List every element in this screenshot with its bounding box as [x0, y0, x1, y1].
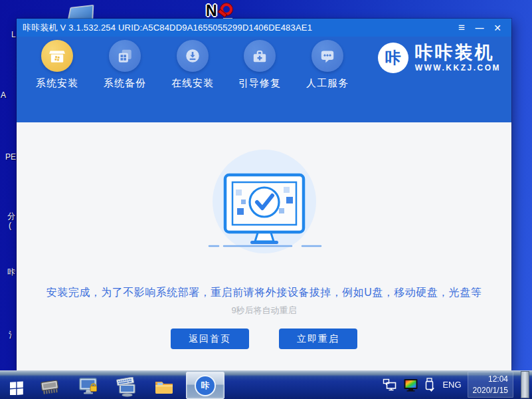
close-icon[interactable]: ✕: [491, 23, 503, 33]
backup-windows-icon: [109, 40, 141, 72]
desktop: N L A PE 分 ( 咔 氵 咔咔装机 V 3.1.532.254 URID…: [0, 0, 532, 399]
brand-site: WWW.KKZJ.COM: [415, 63, 501, 72]
download-circle-icon: [177, 40, 209, 72]
memory-chip-icon[interactable]: [39, 376, 61, 398]
system-tray: ENG 12:04 2020/1/15: [383, 371, 532, 398]
desktop-label-partial: A: [1, 90, 6, 100]
keyboard-monitor-icon[interactable]: [116, 376, 138, 398]
clock-date: 2020/1/15: [473, 385, 508, 396]
nav-item-human-service[interactable]: 人工服务: [302, 40, 353, 90]
monitor-lock-glyph: [78, 377, 99, 397]
nav-label: 在线安装: [167, 77, 219, 90]
backup-glyph: [116, 47, 133, 65]
install-box-icon: [41, 40, 73, 72]
nav-item-system-backup[interactable]: 系统备份: [99, 40, 151, 90]
n-key-icon[interactable]: N: [206, 2, 242, 21]
display-color-icon[interactable]: [403, 378, 418, 392]
button-row: 返回首页 立即重启: [17, 329, 511, 349]
nav-label: 系统安装: [31, 77, 83, 90]
taskbar: 咔: [0, 370, 532, 399]
language-indicator[interactable]: ENG: [442, 380, 461, 390]
desktop-label-partial: 氵: [9, 330, 17, 341]
nav-label: 引导修复: [234, 77, 286, 90]
title-bar: 咔咔装机 V 3.1.532.254 URID:A5C84DD9A1655055…: [17, 19, 511, 37]
nav-header: 系统安装 系统备份: [17, 37, 511, 122]
return-home-button[interactable]: 返回首页: [171, 329, 249, 349]
countdown-text: 9秒后将自动重启: [17, 305, 511, 317]
network-icon[interactable]: [383, 378, 397, 391]
desktop-label-partial: PE: [5, 152, 16, 162]
usb-icon[interactable]: [424, 378, 434, 392]
content-area: 安装完成，为了不影响系统部署，重启前请将外接设备拔掉，例如U盘，移动硬盘，光盘等…: [17, 122, 511, 370]
start-button[interactable]: [5, 376, 28, 398]
kaka-app-button[interactable]: 咔: [186, 372, 224, 399]
brand-logo: 咔 咔咔装机 WWW.KKZJ.COM: [378, 43, 501, 73]
windows-flag-icon: [9, 379, 25, 395]
clock-time: 12:04: [473, 374, 508, 384]
completion-message: 安装完成，为了不影响系统部署，重启前请将外接设备拔掉，例如U盘，移动硬盘，光盘等: [17, 286, 511, 300]
toolbox-glyph: [251, 47, 268, 65]
menu-icon[interactable]: ≡: [456, 23, 468, 33]
folder-icon[interactable]: [153, 376, 175, 398]
download-glyph: [184, 47, 201, 65]
installer-window: 咔咔装机 V 3.1.532.254 URID:A5C84DD9A1655055…: [17, 19, 511, 370]
kaka-app-icon: 咔: [195, 375, 216, 396]
window-title: 咔咔装机 V 3.1.532.254 URID:A5C84DD9A1655055…: [17, 22, 312, 34]
desktop-label-partial: (: [9, 221, 11, 230]
clock[interactable]: 12:04 2020/1/15: [468, 372, 513, 397]
brand-name: 咔咔装机: [415, 43, 501, 62]
repair-toolbox-icon: [244, 40, 276, 72]
show-desktop-button[interactable]: [521, 371, 529, 398]
nav-item-boot-repair[interactable]: 引导修复: [234, 40, 286, 90]
monitor-lock-icon[interactable]: [77, 376, 100, 398]
nav-label: 系统备份: [99, 77, 151, 90]
chat-bubble-icon: [311, 40, 343, 72]
monitor-checkmark-illustration: [201, 148, 327, 255]
chat-glyph: [319, 47, 336, 65]
nav-item-system-install[interactable]: 系统安装: [31, 40, 83, 90]
minimize-icon[interactable]: —: [474, 25, 486, 31]
nav-label: 人工服务: [302, 77, 353, 90]
kaka-badge-icon: 咔: [378, 43, 408, 73]
desktop-label-partial: L: [11, 30, 16, 39]
n-letter: N: [206, 2, 217, 19]
desktop-label-partial: 咔: [7, 267, 15, 278]
nav-item-online-install[interactable]: 在线安装: [167, 40, 219, 90]
install-box-glyph: [48, 47, 66, 65]
restart-now-button[interactable]: 立即重启: [279, 329, 357, 349]
folder-glyph: [154, 378, 174, 396]
keyboard-monitor-glyph: [116, 377, 138, 397]
chip-glyph: [39, 378, 61, 396]
